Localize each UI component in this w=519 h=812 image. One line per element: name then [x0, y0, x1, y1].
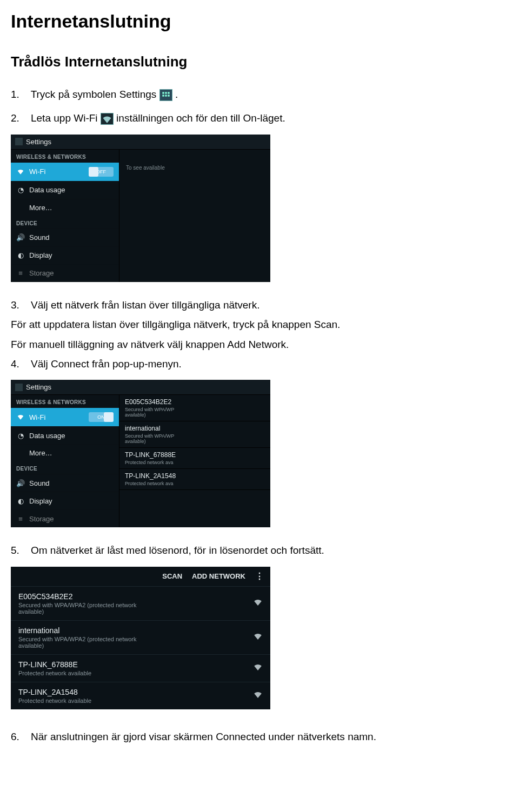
sound-icon: 🔊: [16, 233, 25, 242]
svg-rect-0: [162, 92, 164, 93]
step-1: 1. Tryck på symbolen Settings .: [11, 86, 508, 103]
network-item[interactable]: TP-LINK_67888EProtected network ava: [119, 448, 270, 469]
more-row[interactable]: More…: [11, 199, 119, 216]
network-name: TP-LINK_67888E: [18, 660, 91, 669]
wifi-row[interactable]: Wi-Fi OFF: [11, 162, 119, 181]
screenshot-settings-on: Settings WIRELESS & NETWORKS Wi-Fi ON ◔ …: [11, 380, 270, 527]
network-item[interactable]: TP-LINK_2A1548Protected network availabl…: [11, 682, 270, 709]
data-usage-label: Data usage: [29, 432, 65, 440]
network-item[interactable]: internationalSecured with WPA/WPA2 (prot…: [11, 620, 270, 654]
step-6-text: När anslutningen är gjord visar skärmen …: [31, 731, 376, 742]
step-5: 5. Om nätverket är låst med lösenord, fö…: [11, 542, 508, 559]
wifi-label: Wi-Fi: [29, 167, 45, 176]
step-4-number: 4.: [11, 358, 19, 370]
wifi-row[interactable]: Wi-Fi ON: [11, 407, 119, 426]
screenshot-network-list: SCAN ADD NETWORK ⋮ E005C534B2E2Secured w…: [11, 567, 270, 709]
storage-label: Storage: [29, 269, 54, 277]
wifi-toggle-label: ON: [89, 414, 114, 420]
network-subtitle: Protected network ava: [125, 460, 265, 465]
wifi-toggle[interactable]: OFF: [89, 167, 114, 177]
page-title: Internetanslutning: [11, 11, 508, 32]
network-subtitle: Protected network ava: [125, 481, 265, 486]
step-2-text-a: Leta upp Wi-Fi: [31, 112, 98, 124]
settings-header: Settings: [11, 380, 270, 395]
data-usage-row[interactable]: ◔ Data usage: [11, 426, 119, 444]
network-item[interactable]: E005C534B2E2Secured with WPA/WPavailable…: [119, 395, 270, 421]
data-usage-row[interactable]: ◔ Data usage: [11, 181, 119, 199]
display-label: Display: [29, 251, 52, 259]
step-3-number: 3.: [11, 299, 19, 311]
wifi-off-hint: To see available: [119, 150, 270, 186]
network-name: TP-LINK_2A1548: [125, 472, 265, 480]
network-subtitle: Secured with WPA/WPavailable): [125, 407, 265, 418]
svg-rect-3: [162, 95, 164, 96]
step-4: 4. Välj Connect från pop-up-menyn.: [11, 356, 508, 372]
more-label: More…: [29, 204, 52, 212]
network-item[interactable]: E005C534B2E2Secured with WPA/WPA2 (prote…: [11, 586, 270, 620]
data-usage-icon: ◔: [16, 431, 25, 440]
display-icon: ◐: [16, 251, 25, 260]
step-2: 2. Leta upp Wi-Fi inställningen och för …: [11, 110, 508, 126]
display-label: Display: [29, 497, 52, 505]
network-subtitle: Secured with WPA/WPA2 (protected network…: [18, 602, 136, 615]
step-3-text: Välj ett nätverk från listan över tillgä…: [31, 299, 260, 311]
wifi-icon: [101, 113, 114, 125]
more-row[interactable]: More…: [11, 444, 119, 461]
network-item[interactable]: TP-LINK_67888EProtected network availabl…: [11, 654, 270, 682]
step-4-text: Välj Connect från pop-up-menyn.: [31, 358, 182, 370]
step-6-number: 6.: [11, 731, 19, 742]
network-subtitle: Protected network available: [18, 697, 91, 704]
network-name: E005C534B2E2: [125, 398, 265, 406]
wifi-icon: [16, 167, 25, 176]
sound-label: Sound: [29, 233, 50, 241]
step-2-number: 2.: [11, 112, 19, 124]
wifi-toggle-label: OFF: [89, 169, 114, 175]
scan-button[interactable]: SCAN: [162, 572, 182, 581]
network-name: TP-LINK_67888E: [125, 451, 265, 459]
more-label: More…: [29, 449, 52, 457]
wifi-signal-icon: [253, 662, 263, 674]
network-item[interactable]: internationalSecured with WPA/WPavailabl…: [119, 421, 270, 448]
wifi-icon: [16, 413, 25, 421]
sound-icon: 🔊: [16, 479, 25, 487]
data-usage-label: Data usage: [29, 186, 65, 194]
add-network-button[interactable]: ADD NETWORK: [192, 572, 245, 581]
device-header: DEVICE: [11, 461, 119, 474]
network-subtitle: Protected network available: [18, 670, 91, 676]
section-title: Trådlös Internetanslutning: [11, 53, 508, 70]
display-row[interactable]: ◐ Display: [11, 492, 119, 509]
storage-row[interactable]: ≡ Storage: [11, 509, 119, 527]
settings-app-icon: [15, 384, 23, 391]
screenshot-settings-off: Settings WIRELESS & NETWORKS Wi-Fi OFF ◔…: [11, 135, 270, 282]
display-row[interactable]: ◐ Display: [11, 246, 119, 264]
step-3-extra-a: För att uppdatera listan över tillgängli…: [11, 317, 508, 333]
sound-label: Sound: [29, 479, 50, 487]
network-name: E005C534B2E2: [18, 592, 136, 601]
step-2-text-b: inställningen och för den till On-läget.: [116, 112, 285, 124]
sound-row[interactable]: 🔊 Sound: [11, 474, 119, 492]
network-item[interactable]: TP-LINK_2A1548Protected network ava: [119, 469, 270, 490]
step-6: 6. När anslutningen är gjord visar skärm…: [11, 729, 508, 745]
sound-row[interactable]: 🔊 Sound: [11, 229, 119, 246]
storage-row[interactable]: ≡ Storage: [11, 264, 119, 282]
wifi-signal-icon: [253, 632, 263, 643]
device-header: DEVICE: [11, 216, 119, 229]
settings-header-label: Settings: [26, 138, 51, 146]
wireless-networks-header: WIRELESS & NETWORKS: [11, 395, 119, 407]
svg-rect-4: [165, 95, 167, 96]
step-1-text-b: .: [175, 89, 178, 100]
wifi-toggle[interactable]: ON: [89, 412, 114, 422]
step-5-text: Om nätverket är låst med lösenord, för i…: [31, 545, 324, 556]
step-1-number: 1.: [11, 89, 19, 100]
step-3-extra-b: För manuell tilläggning av nätverk välj …: [11, 337, 508, 353]
network-name: TP-LINK_2A1548: [18, 688, 91, 696]
wifi-signal-icon: [253, 598, 263, 609]
storage-icon: ≡: [16, 514, 25, 523]
network-name: international: [125, 425, 265, 432]
step-1-text-a: Tryck på symbolen Settings: [31, 89, 157, 100]
settings-header-label: Settings: [26, 383, 51, 391]
overflow-menu-icon[interactable]: ⋮: [255, 572, 264, 581]
settings-icon: [159, 89, 172, 101]
svg-rect-1: [165, 92, 167, 93]
network-name: international: [18, 626, 136, 635]
